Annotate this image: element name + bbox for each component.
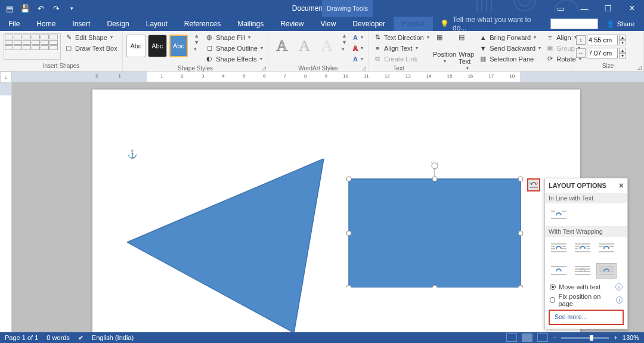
move-with-text-radio[interactable]: Move with texti [545, 282, 627, 292]
qat-customize-icon[interactable]: ▾ [64, 1, 79, 16]
popup-title: LAYOUT OPTIONS [549, 182, 606, 189]
draw-text-box-button[interactable]: ▢Draw Text Box [63, 43, 119, 53]
shapes-gallery[interactable] [4, 33, 61, 60]
print-layout-icon[interactable] [522, 333, 532, 342]
text-direction-button[interactable]: ⇅Text Direction▾ [372, 32, 431, 42]
wrap-behind-option[interactable] [572, 263, 593, 279]
dialog-launcher-icon[interactable]: ◿ [362, 65, 366, 71]
wordart-preset-3[interactable]: A [317, 35, 337, 57]
info-icon[interactable]: i [615, 283, 623, 291]
restore-icon[interactable]: ❐ [596, 0, 620, 17]
ribbon-tabs: File Home Insert Design Layout Reference… [0, 17, 644, 31]
undo-icon[interactable]: ↶ [33, 1, 48, 16]
text-fill-button[interactable]: A▾ [352, 32, 364, 42]
bring-forward-button[interactable]: ▲Bring Forward▾ [478, 32, 542, 42]
edit-shape-button[interactable]: ✎Edit Shape▾ [63, 32, 119, 42]
tab-developer[interactable]: Developer [344, 17, 394, 31]
search-input[interactable] [550, 18, 598, 29]
shape-effects-button[interactable]: ◐Shape Effects▾ [204, 54, 264, 64]
read-mode-icon[interactable] [506, 333, 517, 342]
wordart-preset-2[interactable]: A [295, 35, 315, 57]
tab-format[interactable]: Format [394, 17, 433, 31]
text-effects-button[interactable]: A▾ [352, 54, 364, 64]
dialog-launcher-icon[interactable]: ◿ [262, 65, 266, 71]
link-icon: ⧉ [373, 55, 382, 63]
spellcheck-icon[interactable]: ✔ [78, 334, 83, 342]
tab-insert[interactable]: Insert [64, 17, 98, 31]
position-icon: ▦ [436, 33, 453, 50]
save-icon[interactable]: 💾 [18, 1, 32, 16]
document-area[interactable]: ⚓ LAYOUT OPTIONS × In Line with Text [12, 82, 644, 332]
redo-icon[interactable]: ↷ [49, 1, 63, 16]
spin-up-icon[interactable]: ▲ [619, 35, 626, 40]
anchor-icon: ⚓ [127, 149, 137, 159]
shape-height-field[interactable]: ↕ ▲▼ [576, 35, 626, 45]
ribbon: ✎Edit Shape▾ ▢Draw Text Box Insert Shape… [0, 31, 644, 72]
vertical-ruler[interactable] [0, 82, 12, 332]
tab-references[interactable]: References [176, 17, 229, 31]
wrap-square-option[interactable] [549, 240, 569, 256]
horizontal-ruler[interactable]: 21 123456789101112131415161718 [12, 72, 644, 82]
wrap-tight-option[interactable] [572, 240, 593, 256]
position-button[interactable]: ▦Position▾ [433, 32, 456, 64]
wrap-topbottom-option[interactable] [549, 263, 569, 279]
ruler-corner[interactable]: L [0, 72, 12, 82]
page-indicator[interactable]: Page 1 of 1 [5, 334, 38, 341]
fix-position-radio[interactable]: Fix position on pagei [545, 292, 627, 308]
height-input[interactable] [587, 35, 618, 45]
close-icon[interactable]: × [620, 0, 644, 17]
layout-options-button[interactable] [527, 178, 540, 191]
tab-mailings[interactable]: Mailings [229, 17, 272, 31]
wrap-text-button[interactable]: ▤Wrap Text▾ [459, 32, 475, 71]
zoom-level[interactable]: 130% [623, 334, 639, 341]
wrap-infront-option[interactable] [596, 263, 617, 279]
selection-pane-button[interactable]: ▥Selection Pane [478, 54, 542, 64]
layout-options-popup: LAYOUT OPTIONS × In Line with Text With … [544, 178, 628, 329]
spin-down-icon[interactable]: ▼ [619, 40, 626, 45]
wrap-inline-option[interactable] [549, 207, 569, 223]
text-box-icon: ▢ [64, 44, 73, 52]
see-more-link[interactable]: See more... [549, 310, 624, 325]
svg-rect-5 [349, 179, 521, 288]
control-menu-icon[interactable]: ▤ [2, 1, 17, 16]
language-indicator[interactable]: English (India) [92, 334, 134, 341]
shape-style-preset-3[interactable]: Abc [169, 35, 188, 57]
popup-close-icon[interactable]: × [619, 181, 624, 190]
tell-me[interactable]: 💡Tell me what you want to do... [433, 17, 550, 31]
align-text-button[interactable]: ≡Align Text▾ [372, 43, 431, 53]
send-backward-button[interactable]: ▼Send Backward▾ [478, 43, 542, 53]
shape-width-field[interactable]: ↔ ▲▼ [576, 48, 626, 58]
shape-style-preset-2[interactable]: Abc [148, 35, 167, 57]
shape-fill-button[interactable]: ◍Shape Fill▾ [204, 32, 264, 42]
tab-file[interactable]: File [0, 17, 28, 31]
rectangle-shape-selected[interactable] [349, 179, 521, 288]
svg-point-6 [346, 177, 351, 181]
share-button[interactable]: 👤Share [600, 20, 640, 28]
width-input[interactable] [587, 48, 618, 58]
tab-layout[interactable]: Layout [138, 17, 176, 31]
text-outline-button[interactable]: A▾ [352, 43, 364, 53]
dialog-launcher-icon[interactable]: ◿ [637, 64, 642, 70]
spin-up-icon[interactable]: ▲ [619, 48, 626, 53]
wrap-through-option[interactable] [596, 240, 617, 256]
zoom-slider[interactable] [561, 337, 609, 339]
wordart-preset-1[interactable]: A [272, 35, 292, 57]
tab-view[interactable]: View [312, 17, 345, 31]
edit-shape-icon: ✎ [64, 33, 73, 42]
shape-outline-button[interactable]: ◻Shape Outline▾ [204, 43, 264, 53]
spin-down-icon[interactable]: ▼ [619, 53, 626, 58]
group-size: Size◿ [572, 63, 643, 71]
triangle-shape[interactable] [127, 159, 336, 333]
info-icon[interactable]: i [616, 296, 623, 304]
create-link-button[interactable]: ⧉Create Link [372, 54, 431, 64]
zoom-in-icon[interactable]: + [614, 334, 617, 341]
forward-icon: ▲ [479, 33, 487, 42]
pane-icon: ▥ [479, 55, 487, 63]
tab-review[interactable]: Review [272, 17, 312, 31]
zoom-out-icon[interactable]: − [553, 334, 556, 341]
word-count[interactable]: 0 words [47, 334, 70, 341]
tab-design[interactable]: Design [98, 17, 137, 31]
web-layout-icon[interactable] [537, 333, 548, 342]
tab-home[interactable]: Home [28, 17, 64, 31]
shape-style-preset-1[interactable]: Abc [126, 35, 145, 57]
